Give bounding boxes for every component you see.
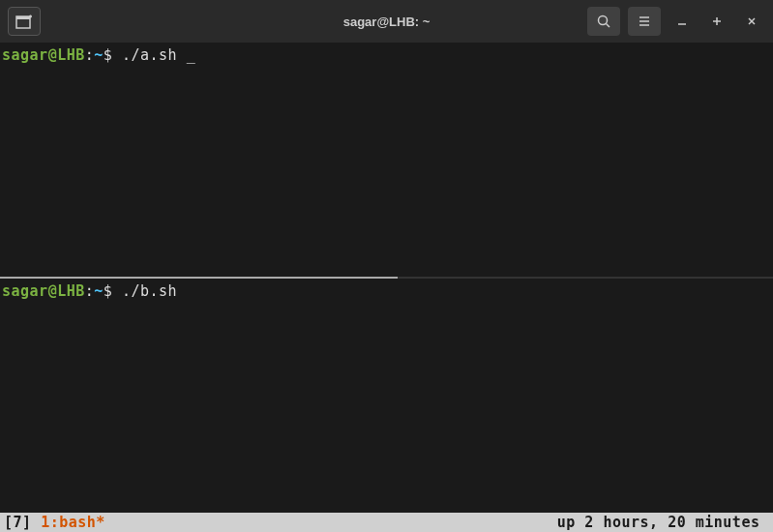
minimize-button[interactable] (669, 7, 696, 36)
terminal-pane-top[interactable]: sagar@LHB:~$ ./a.sh _ (0, 43, 773, 277)
search-button[interactable] (587, 7, 620, 36)
prompt-dollar: $ (104, 46, 122, 64)
prompt-colon: : (85, 46, 95, 64)
prompt-line: sagar@LHB:~$ ./a.sh _ (2, 46, 771, 66)
status-session: [7] (4, 514, 41, 531)
command-text: ./b.sh (122, 282, 177, 300)
minimize-icon (676, 15, 688, 27)
prompt-user-host: sagar@LHB (2, 46, 85, 64)
window-titlebar: sagar@LHB: ~ (0, 0, 773, 43)
status-uptime: up 2 hours, 20 minutes (557, 514, 769, 531)
prompt-line: sagar@LHB:~$ ./b.sh (2, 282, 771, 302)
maximize-icon (711, 15, 723, 27)
pane-divider-active-indicator (0, 277, 398, 279)
new-tab-button[interactable] (8, 7, 41, 36)
pane-divider[interactable] (0, 277, 773, 279)
titlebar-controls (587, 7, 765, 36)
prompt-user-host: sagar@LHB (2, 282, 85, 300)
hamburger-icon (637, 14, 652, 29)
prompt-dollar: $ (104, 282, 122, 300)
command-text: ./a.sh (122, 46, 177, 64)
maximize-button[interactable] (703, 7, 730, 36)
new-tab-icon (15, 14, 33, 29)
prompt-path: ~ (94, 46, 104, 64)
window-title: sagar@LHB: ~ (343, 15, 431, 29)
cursor: _ (177, 46, 195, 64)
prompt-path: ~ (94, 282, 104, 300)
close-icon (746, 15, 758, 27)
search-icon (596, 14, 611, 29)
close-button[interactable] (738, 7, 765, 36)
svg-line-5 (607, 24, 610, 28)
menu-button[interactable] (628, 7, 661, 36)
status-window: 1:bash* (41, 514, 105, 531)
tmux-statusbar: [7] 1:bash* up 2 hours, 20 minutes (0, 513, 773, 532)
prompt-colon: : (85, 282, 95, 300)
terminal-pane-bottom[interactable]: sagar@LHB:~$ ./b.sh (0, 279, 773, 513)
svg-point-4 (599, 16, 608, 25)
svg-rect-1 (16, 16, 30, 19)
terminal-area: sagar@LHB:~$ ./a.sh _ sagar@LHB:~$ ./b.s… (0, 43, 773, 513)
